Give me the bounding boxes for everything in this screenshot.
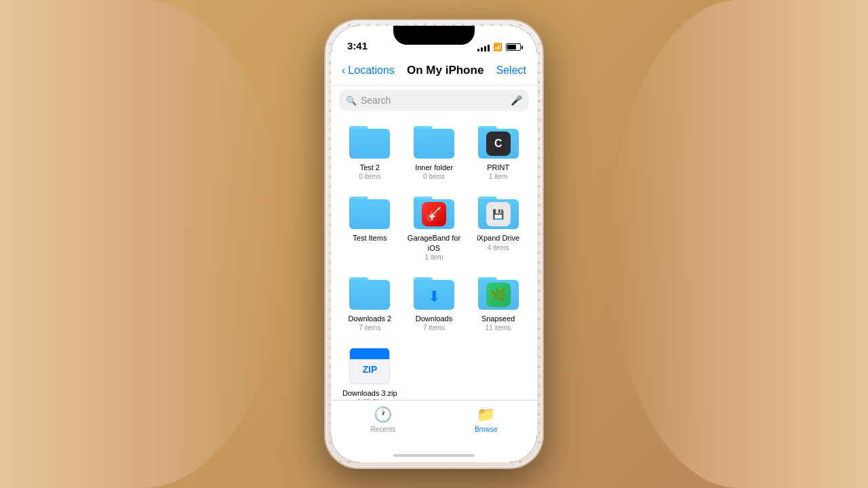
tab-recents[interactable]: 🕐 Recents xyxy=(370,406,395,433)
file-name-inner: Inner folder xyxy=(415,163,453,172)
battery-icon xyxy=(506,43,521,51)
tab-bar: 🕐 Recents 📁 Browse xyxy=(331,400,537,449)
nav-back-button[interactable]: ‹ Locations xyxy=(342,64,395,77)
file-item-snapseed[interactable]: 🌿 Snapseed 11 items xyxy=(467,272,529,337)
tab-browse-label: Browse xyxy=(475,426,497,433)
phone-screen: 3:41 📶 xyxy=(331,26,537,462)
file-name-downloads: Downloads xyxy=(416,314,452,323)
file-item-garageband[interactable]: 🎸 GarageBand for iOS 1 item xyxy=(403,191,465,266)
status-bar: 3:41 📶 xyxy=(331,26,537,56)
back-label: Locations xyxy=(348,64,395,77)
ixpand-icon: 💾 xyxy=(486,202,511,226)
file-name-test2: Test 2 xyxy=(360,163,380,172)
hand-right xyxy=(610,0,868,488)
wifi-icon: 📶 xyxy=(493,43,502,52)
signal-bar-2 xyxy=(481,47,483,52)
file-name-downloads2: Downloads 2 xyxy=(349,314,392,323)
folder-icon-test-items xyxy=(349,197,390,229)
status-time: 3:41 xyxy=(347,40,368,52)
battery-fill xyxy=(507,45,516,49)
folder-icon-print: C xyxy=(478,126,519,159)
files-grid: Test 2 0 items Inner folder 0 items xyxy=(331,115,537,400)
scene: 3:41 📶 xyxy=(0,0,868,488)
search-icon: 🔍 xyxy=(346,96,357,106)
file-item-print[interactable]: C PRINT 1 item xyxy=(467,121,529,186)
download-arrow-icon: ⬇ xyxy=(428,288,440,305)
chevron-left-icon: ‹ xyxy=(342,64,345,77)
file-name-test-items: Test Items xyxy=(353,233,387,243)
home-bar xyxy=(393,454,475,457)
canon-icon: C xyxy=(486,131,511,156)
file-meta-inner: 0 items xyxy=(423,173,445,180)
garageband-icon: 🎸 xyxy=(422,202,446,226)
file-meta-ixpand: 4 items xyxy=(488,244,509,251)
signal-bars xyxy=(477,43,490,52)
status-icons: 📶 xyxy=(477,43,521,52)
file-meta-snapseed: 11 items xyxy=(486,324,511,331)
file-item-test2[interactable]: Test 2 0 items xyxy=(339,121,401,186)
nav-header: ‹ Locations On My iPhone Select xyxy=(331,56,537,85)
search-input-wrapper[interactable]: 🔍 Search 🎤 xyxy=(339,89,529,111)
folder-icon-downloads: ⬇ xyxy=(414,277,454,310)
file-name-snapseed: Snapseed xyxy=(481,314,515,323)
zip-stripe xyxy=(350,348,389,359)
browse-icon: 📁 xyxy=(477,406,495,424)
phone-device: 3:41 📶 xyxy=(326,20,542,468)
home-indicator xyxy=(331,449,537,462)
notch xyxy=(393,26,475,45)
signal-bar-4 xyxy=(488,45,490,52)
folder-body xyxy=(349,280,390,310)
file-meta-downloads: 7 items xyxy=(423,324,445,331)
signal-bar-1 xyxy=(477,49,479,52)
file-name-print: PRINT xyxy=(487,163,509,172)
file-name-zip: Downloads 3.zip xyxy=(342,388,397,398)
recents-icon: 🕐 xyxy=(374,406,392,424)
folder-icon-downloads2 xyxy=(349,277,390,310)
zip-label: ZIP xyxy=(362,364,377,375)
file-meta-print: 1 item xyxy=(489,173,507,180)
zip-icon: ZIP xyxy=(349,348,390,384)
file-name-garageband: GarageBand for iOS xyxy=(406,233,462,253)
folder-icon-garageband: 🎸 xyxy=(414,197,454,229)
folder-body xyxy=(349,199,390,229)
file-item-ixpand[interactable]: 💾 iXpand Drive 4 items xyxy=(467,191,529,266)
search-placeholder: Search xyxy=(361,95,391,106)
file-item-inner-folder[interactable]: Inner folder 0 items xyxy=(403,121,465,186)
tab-browse[interactable]: 📁 Browse xyxy=(475,406,497,433)
file-meta-downloads2: 7 items xyxy=(359,324,380,331)
microphone-icon[interactable]: 🎤 xyxy=(511,95,522,106)
folder-icon-inner xyxy=(414,126,454,159)
file-meta-garageband: 1 item xyxy=(425,253,443,261)
snapseed-icon: 🌿 xyxy=(486,283,511,307)
folder-icon-snapseed: 🌿 xyxy=(478,277,519,310)
file-item-downloads2[interactable]: Downloads 2 7 items xyxy=(339,272,401,337)
signal-bar-3 xyxy=(484,46,486,52)
select-button[interactable]: Select xyxy=(496,64,526,77)
file-meta-test2: 0 items xyxy=(359,173,380,180)
file-item-test-items[interactable]: Test Items xyxy=(339,191,401,266)
hand-left xyxy=(0,0,285,488)
tab-recents-label: Recents xyxy=(370,426,395,433)
nav-title: On My iPhone xyxy=(407,64,484,77)
search-bar: 🔍 Search 🎤 xyxy=(331,85,537,115)
file-item-zip[interactable]: ZIP Downloads 3.zip 3:35 PM 14.8 MB xyxy=(339,342,401,400)
search-left: 🔍 Search xyxy=(346,95,391,106)
file-item-downloads[interactable]: ⬇ Downloads 7 items xyxy=(403,272,465,337)
folder-body xyxy=(414,129,454,159)
file-name-ixpand: iXpand Drive xyxy=(477,233,519,243)
folder-icon-ixpand: 💾 xyxy=(478,197,519,229)
folder-body xyxy=(349,129,390,159)
folder-icon-test2 xyxy=(349,126,390,159)
